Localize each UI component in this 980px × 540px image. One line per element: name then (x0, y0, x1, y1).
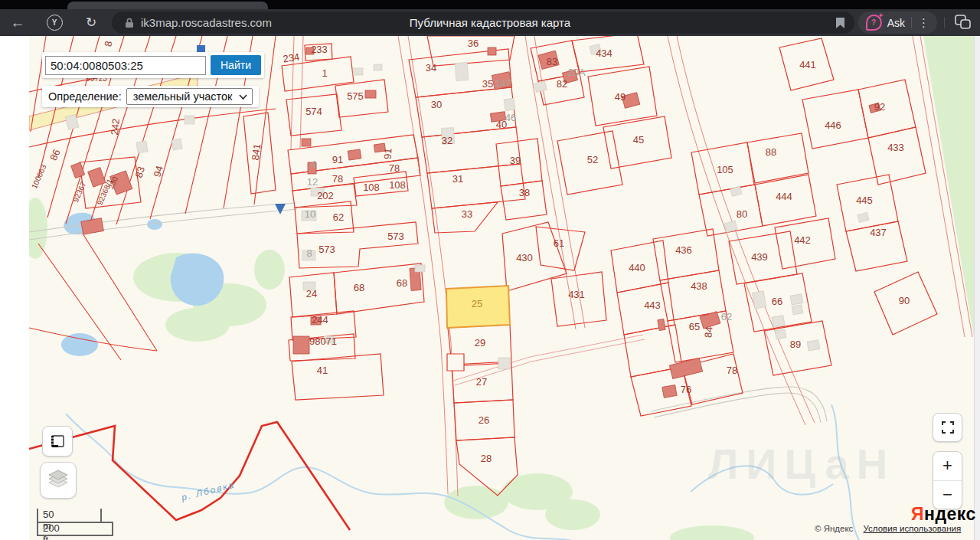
parcel-label: 83 (547, 56, 557, 67)
parcel-label: 80 (737, 208, 747, 220)
yandex-icon-glyph: Y (47, 15, 63, 31)
building (792, 305, 803, 315)
map-shape (868, 127, 926, 185)
parcel-label: 45 (633, 134, 644, 146)
chevron-down-icon (239, 94, 247, 100)
divider (944, 17, 945, 28)
ask-button[interactable]: ? ✦ Ask ⋮ (858, 11, 937, 34)
menu-kebab-icon[interactable]: ⋮ (918, 16, 929, 30)
parcel-label: 446 (825, 119, 841, 131)
building (374, 64, 382, 70)
layers-button[interactable] (40, 462, 77, 499)
parcel-label: 8 (103, 40, 115, 47)
parcel-label: 100663 (30, 163, 48, 190)
parcel-label: 78 (389, 162, 400, 174)
building (700, 312, 720, 329)
parcel-label: 35 (482, 78, 493, 90)
yandex-icon[interactable]: Y (43, 9, 66, 36)
building (775, 329, 786, 339)
map-canvas[interactable]: ЛИЦаНр. Лбовка95723823423315755742428418… (29, 36, 974, 540)
parcel-label: 443 (644, 299, 661, 311)
parcel-label: 49 (615, 91, 626, 103)
zoom-in-button[interactable]: + (933, 452, 962, 481)
parcel-label: 1 (322, 67, 327, 79)
search-input[interactable] (45, 56, 206, 75)
layers-icon (46, 469, 70, 492)
map-pin (275, 204, 286, 214)
parcel-label: 76 (681, 384, 691, 395)
definition-select[interactable]: земельный участок (126, 88, 253, 105)
search-button[interactable]: Найти (211, 55, 261, 75)
ask-label: Ask (887, 17, 905, 29)
blue-marker (197, 45, 205, 52)
boundary-line (29, 422, 350, 530)
parcel-label: 242 (109, 118, 122, 136)
parcel-label: 89 (790, 339, 801, 350)
parcel-label: 4 (310, 159, 315, 170)
parcel-label: 434 (596, 47, 612, 59)
map-shape (422, 127, 521, 173)
green-area (254, 250, 285, 290)
building (488, 47, 496, 55)
map-shape (502, 222, 567, 291)
parcel-label: 20А (567, 67, 585, 78)
parcel-label: 39 (510, 155, 521, 166)
parcel-label: 431 (568, 289, 585, 300)
green-area (444, 486, 508, 519)
window-top-strip (0, 0, 980, 9)
parcel-label: 92 (874, 101, 885, 113)
forest-area (923, 36, 974, 337)
building (534, 80, 547, 92)
building (504, 98, 515, 111)
terms-link[interactable]: Условия использования (864, 524, 962, 533)
browser-tab[interactable] (67, 2, 268, 9)
building (752, 291, 766, 309)
map-shape (297, 222, 418, 268)
parcel-label: 29 (475, 337, 485, 349)
page-title: Публичная кадастровая карта (260, 9, 720, 36)
yandex-logo[interactable]: Яндекс (911, 504, 976, 525)
definition-label: Определение: (48, 90, 122, 103)
zoom-control: + − (933, 451, 962, 509)
parcel-label: 28 (481, 453, 492, 464)
url-text: ik3map.roscadastres.com (141, 11, 272, 34)
back-button[interactable]: ← (6, 9, 29, 36)
parcel-label: 62 (721, 311, 732, 322)
building (415, 265, 425, 272)
parcel-label: 8 (306, 247, 312, 259)
building (365, 90, 376, 98)
parcel-label: 94 (151, 165, 165, 178)
building (185, 116, 194, 124)
parcel-label: 441 (799, 59, 816, 70)
browser-toolbar: ← Y ↻ ik3map.roscadastres.com Публичная … (0, 9, 980, 36)
parcel-label: 430 (516, 252, 533, 263)
parcel-label: 34 (426, 62, 436, 74)
measure-button[interactable] (42, 426, 73, 457)
parcel-label: 90 (899, 295, 910, 306)
definition-row: Определение: земельный участок (42, 86, 259, 107)
parcel-label: 12 (307, 176, 318, 188)
spark-icon: ✦ (878, 12, 884, 19)
parcel-label: 841 (250, 143, 263, 161)
parcel-label: 10 (305, 208, 315, 220)
parcel-label: 36 (468, 38, 479, 49)
parcel-label: 38 (519, 187, 530, 198)
parcel-label: 68 (354, 282, 364, 293)
parcel-label: 244 (312, 314, 328, 326)
parcel-label: 33 (462, 208, 472, 220)
scrollbar-strip[interactable] (974, 36, 980, 540)
refresh-button[interactable]: ↻ (80, 9, 103, 36)
green-area (165, 308, 230, 342)
building (669, 358, 702, 378)
side-panels-icon[interactable] (954, 14, 971, 32)
parcel-label: 82 (557, 78, 567, 90)
parcel-label: 92367 (71, 180, 88, 203)
fullscreen-button[interactable] (933, 413, 962, 442)
green-area (670, 525, 754, 540)
pond (61, 333, 98, 356)
parcel-label: 46 (505, 112, 516, 123)
bookmark-icon[interactable] (836, 18, 844, 31)
building (858, 212, 869, 222)
parcel-label: 437 (870, 227, 887, 238)
watermark: ЛИЦаН (708, 440, 895, 488)
